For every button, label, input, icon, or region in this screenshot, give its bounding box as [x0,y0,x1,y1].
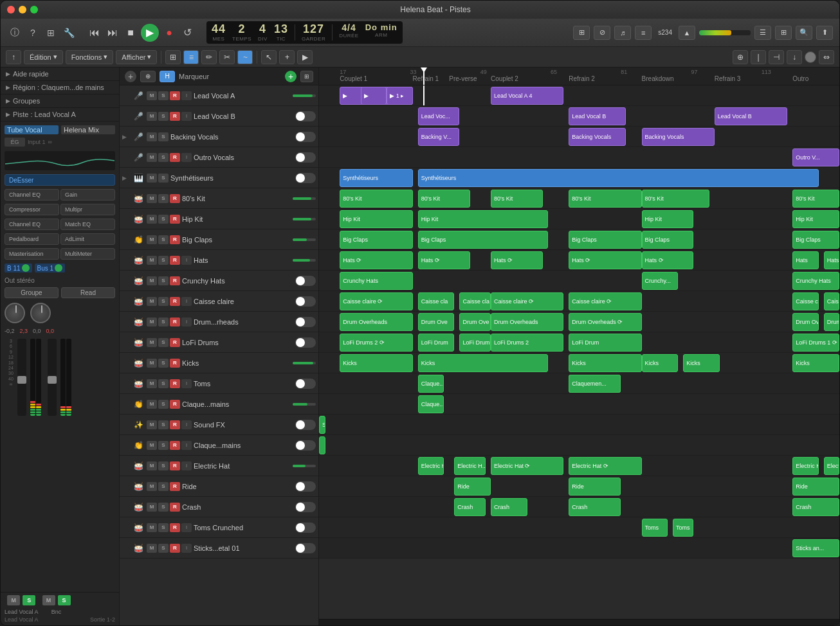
toolbar-btn-1[interactable]: ⊞ [573,26,590,40]
input-track-btn[interactable]: I [181,256,192,265]
rec-track-btn[interactable]: R [170,317,180,326]
sync-btn[interactable]: ⊕ [733,50,748,64]
track-row[interactable]: 🥁MSRIToms [120,373,318,394]
fader-left[interactable] [17,339,26,416]
track-toggle[interactable] [295,502,316,512]
region[interactable]: Sticks an... [792,539,839,557]
editbar-up-btn[interactable]: ↑ [6,50,21,64]
solo-track-btn[interactable]: S [158,544,169,553]
region[interactable]: Kicks [642,354,679,372]
input-track-btn[interactable]: I [181,91,192,100]
track-toggle[interactable] [295,440,316,451]
rewind-btn[interactable]: ⏮ [87,25,102,40]
rec-track-btn[interactable]: R [170,400,180,409]
cursor-tool[interactable]: ↖ [261,50,277,64]
mute-track-btn[interactable]: M [147,544,157,553]
region[interactable]: 80's Kit [418,190,470,208]
region[interactable]: ▶ 1 ▸ [387,87,412,105]
track-content-row[interactable]: ▶▶▶ 1 ▸Lead Vocal A 4 [319,85,839,106]
track-row[interactable]: 🎤MSRIOutro Vocals [120,147,318,168]
plugin-master[interactable]: Masterisation [5,248,59,260]
region[interactable]: Electric Hat ⟳ [418,457,444,475]
play-region-tool[interactable]: ▶ [297,50,313,64]
mute-track-btn[interactable]: M [147,400,157,409]
track-fader[interactable] [293,91,316,101]
fonctions-btn[interactable]: Fonctions ▾ [66,50,114,64]
mute-track-btn[interactable]: M [147,482,157,491]
track-fader[interactable] [293,358,316,368]
rec-track-btn[interactable]: R [170,338,180,347]
track-fader[interactable] [293,399,316,409]
region[interactable]: LoFi Drums 1 ⟳ [792,334,839,352]
region[interactable]: Outro V... [792,148,839,166]
edition-btn[interactable]: Édition ▾ [24,50,63,64]
track-row[interactable]: ✨MSRISound FX [120,415,318,435]
region[interactable]: 80's Kit [569,190,641,208]
solo-track-btn[interactable]: S [158,297,169,306]
solo-track-btn[interactable]: S [158,359,169,368]
pan-knob[interactable] [5,303,25,323]
bnc-solo-btn[interactable]: S [58,595,71,605]
solo-track-btn[interactable]: S [158,215,169,224]
region[interactable]: LoFi Drums 2 [491,334,563,352]
region[interactable]: Kicks [683,354,720,372]
track-content-row[interactable]: Hats ⟳Hats ⟳Hats ⟳Hats ⟳Hats ⟳HatsHats [319,250,839,271]
region[interactable]: Crash [569,498,621,516]
mute-track-btn[interactable]: M [147,359,157,368]
color-btn[interactable] [805,51,816,63]
pencil-tool[interactable]: ✏ [201,50,217,64]
bus-out-btn[interactable]: Bus 1 [35,264,66,273]
plugin-channel-eq2[interactable]: Channel EQ [5,219,59,230]
stop-btn[interactable]: ■ [123,25,138,40]
plugin-compressor[interactable]: Compressor [5,204,59,215]
track-fader[interactable] [293,193,316,204]
region[interactable]: Claque... [418,395,444,413]
rec-track-btn[interactable]: R [170,461,180,470]
region[interactable]: Caisse cl... [792,292,818,310]
track-row[interactable]: 🥁MSRIToms Crunched [120,517,318,538]
region[interactable]: Big Claps [418,231,548,249]
track-fader[interactable] [293,214,316,224]
mute-track-btn[interactable]: M [147,215,157,224]
track-row[interactable]: 🥁MSRKicks [120,353,318,373]
region[interactable]: Lead Voc... [418,107,460,125]
volume-slider-container[interactable] [699,30,751,35]
rec-track-btn[interactable]: R [170,297,180,306]
track-row[interactable]: 🥁MSRLoFi Drums [120,332,318,353]
region[interactable]: Synthétiseurs [340,169,412,187]
track-content-row[interactable]: LoFi Drums 2 ⟳LoFi DrumLoFi DrumLoFi Dru… [319,332,839,353]
fader-right[interactable] [48,339,57,416]
down-btn[interactable]: ↓ [787,50,802,64]
list-tool[interactable]: ≡ [183,50,199,64]
toolbar-btn-4[interactable]: ≡ [635,26,652,40]
rec-track-btn[interactable]: R [170,112,180,121]
scissors-tool[interactable]: ✂ [219,50,235,64]
rec-track-btn[interactable]: R [170,153,180,162]
solo-track-btn[interactable]: S [158,194,169,203]
track-row[interactable]: 🥁MSRCrunchy Hats [120,271,318,291]
region[interactable]: Hip Kit [642,210,694,228]
track-content-row[interactable]: 80's Kit80's Kit80's Kit80's Kit80's Kit… [319,188,839,209]
question-btn[interactable]: ? [25,25,41,40]
region[interactable]: Drum Overheads [340,313,412,331]
master-btn[interactable]: ▲ [679,26,695,40]
plugin-deeser[interactable]: DeEsser [5,174,115,186]
rec-track-btn[interactable]: R [170,256,180,265]
region[interactable]: Kicks [569,354,641,372]
mute-btn[interactable]: M [7,595,20,605]
track-toggle[interactable] [295,152,316,163]
solo-track-btn[interactable]: S [158,132,169,141]
track-toggle[interactable] [295,173,316,183]
region[interactable]: Hip Kit [792,210,839,228]
rec-track-btn[interactable]: R [170,523,180,532]
input-track-btn[interactable]: I [181,379,192,388]
solo-track-btn[interactable]: S [158,317,169,326]
region[interactable]: Electric Hat ⟳ [491,457,563,475]
track-content-row[interactable]: KicksKicksKicksKicksKicksKicks [319,353,839,373]
mute-track-btn[interactable]: M [147,91,157,100]
region[interactable]: 80's Kit [340,190,412,208]
list-view-btn[interactable]: ☰ [754,26,771,40]
track-row[interactable]: 🎤MSRILead Vocal B [120,106,318,127]
region[interactable]: Hats ⟳ [418,251,470,269]
rec-track-btn[interactable]: R [170,503,180,512]
